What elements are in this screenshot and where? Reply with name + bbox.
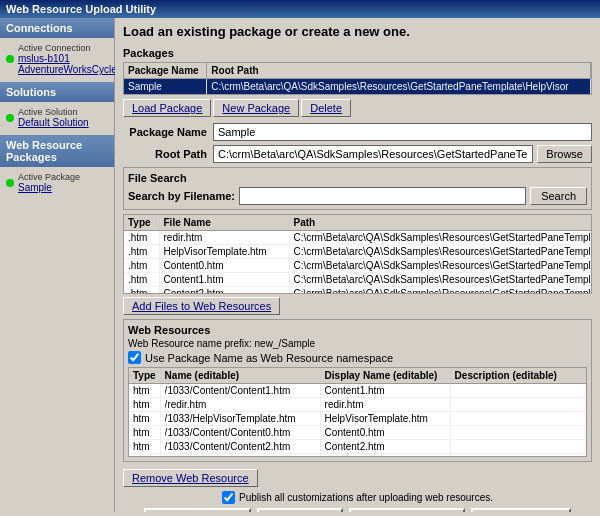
search-row: Search by Filename: Search <box>128 187 587 205</box>
connection-status-label: Active Connection <box>18 43 117 53</box>
wr-desc[interactable] <box>450 454 585 458</box>
solutions-header[interactable]: Solutions <box>0 82 114 102</box>
package-name-input[interactable] <box>213 123 592 141</box>
wr-name[interactable] <box>160 384 320 398</box>
connections-section: Connections Active Connection mslus-b101… <box>0 18 114 80</box>
upload-all-button[interactable]: Upload All <box>257 508 343 512</box>
wr-desc[interactable] <box>450 440 585 454</box>
wr-display[interactable] <box>320 412 450 426</box>
table-row[interactable]: .htm Content0.htm C:\crm\Beta\arc\QA\Sdk… <box>124 259 591 273</box>
table-row[interactable]: htm <box>129 440 586 454</box>
wr-desc[interactable] <box>450 384 585 398</box>
wr-col-type: Type <box>129 368 160 384</box>
file-type: .htm <box>124 245 159 259</box>
wr-type: htm <box>129 398 160 412</box>
search-by-label: Search by Filename: <box>128 190 235 202</box>
wr-type: htm <box>129 426 160 440</box>
wr-display[interactable] <box>320 426 450 440</box>
web-resources-section: Web Resources Web Resource name prefix: … <box>123 319 592 462</box>
table-row[interactable]: htm <box>129 454 586 458</box>
file-name: HelpVisorTemplate.htm <box>159 245 289 259</box>
title-bar: Web Resource Upload Utility <box>0 0 600 18</box>
pkg-row-path: C:\crm\Beta\arc\QA\SdkSamples\Resources\… <box>207 79 591 95</box>
package-name-link[interactable]: Sample <box>18 182 80 193</box>
file-type: .htm <box>124 273 159 287</box>
save-package-button[interactable]: Save Package <box>144 508 251 512</box>
file-path: C:\crm\Beta\arc\QA\SdkSamples\Resources\… <box>289 273 591 287</box>
file-search-box: File Search Search by Filename: Search <box>123 167 592 210</box>
delete-button[interactable]: Delete <box>301 99 351 117</box>
wr-name[interactable] <box>160 412 320 426</box>
file-search-title: File Search <box>128 172 587 184</box>
upload-selected-button[interactable]: Upload Selected <box>349 508 466 512</box>
connection-name[interactable]: mslus-b101 <box>18 53 117 64</box>
content-area: Load an existing package or create a new… <box>115 18 600 512</box>
package-name-row: Package Name <box>123 123 592 141</box>
packages-header[interactable]: Web ResourcePackages <box>0 135 114 167</box>
show-output-button[interactable]: Show Output <box>471 508 571 512</box>
search-button[interactable]: Search <box>530 187 587 205</box>
file-type: .htm <box>124 231 159 245</box>
publish-checkbox[interactable] <box>222 491 235 504</box>
page-title: Load an existing package or create a new… <box>123 24 592 39</box>
toolbar-buttons: Load Package New Package Delete <box>123 99 592 117</box>
package-status-icon <box>6 179 14 187</box>
table-row[interactable]: Sample C:\crm\Beta\arc\QA\SdkSamples\Res… <box>124 79 591 95</box>
solution-status-label: Active Solution <box>18 107 89 117</box>
wr-type: htm <box>129 412 160 426</box>
table-row[interactable]: htm <box>129 426 586 440</box>
wr-type: htm <box>129 454 160 458</box>
new-package-button[interactable]: New Package <box>213 99 299 117</box>
web-resources-prefix: Web Resource name prefix: new_/Sample <box>128 338 587 349</box>
table-row[interactable]: .htm Content1.htm C:\crm\Beta\arc\QA\Sdk… <box>124 273 591 287</box>
file-type: .htm <box>124 259 159 273</box>
remove-web-resource-button[interactable]: Remove Web Resource <box>123 469 258 487</box>
file-name: Content2.htm <box>159 287 289 295</box>
connections-header[interactable]: Connections <box>0 18 114 38</box>
root-path-label: Root Path <box>123 148 213 160</box>
table-row[interactable]: htm <box>129 384 586 398</box>
table-row[interactable]: .htm Content2.htm C:\crm\Beta\arc\QA\Sdk… <box>124 287 591 295</box>
wr-name[interactable] <box>160 426 320 440</box>
packages-content: Active Package Sample <box>0 167 114 198</box>
pkg-col-path: Root Path <box>207 63 591 79</box>
wr-desc[interactable] <box>450 398 585 412</box>
namespace-checkbox[interactable] <box>128 351 141 364</box>
load-package-button[interactable]: Load Package <box>123 99 211 117</box>
root-path-row: Root Path Browse <box>123 145 592 163</box>
wr-desc[interactable] <box>450 412 585 426</box>
table-row[interactable]: htm <box>129 412 586 426</box>
wr-col-desc: Description (editable) <box>450 368 585 384</box>
add-files-button[interactable]: Add Files to Web Resources <box>123 297 280 315</box>
wr-display[interactable] <box>320 384 450 398</box>
bottom-buttons: Save Package Upload All Upload Selected … <box>123 508 592 512</box>
wr-table-container: Type Name (editable) Display Name (edita… <box>128 367 587 457</box>
connection-org[interactable]: AdventureWorksCycle <box>18 64 117 75</box>
search-input[interactable] <box>239 187 526 205</box>
namespace-checkbox-label: Use Package Name as Web Resource namespa… <box>145 352 393 364</box>
connection-status-icon <box>6 55 14 63</box>
packages-table: Package Name Root Path Sample C:\crm\Bet… <box>124 63 591 94</box>
solution-name[interactable]: Default Solution <box>18 117 89 128</box>
wr-desc[interactable] <box>450 426 585 440</box>
table-row[interactable]: .htm HelpVisorTemplate.htm C:\crm\Beta\a… <box>124 245 591 259</box>
wr-name[interactable] <box>160 454 320 458</box>
wr-display[interactable] <box>320 398 450 412</box>
wr-col-display: Display Name (editable) <box>320 368 450 384</box>
wr-name[interactable] <box>160 440 320 454</box>
sidebar-item-package: Active Package Sample <box>6 171 108 194</box>
file-table: Type File Name Path .htm redir.htm C:\cr… <box>124 215 591 294</box>
wr-display[interactable] <box>320 440 450 454</box>
wr-name[interactable] <box>160 398 320 412</box>
browse-button[interactable]: Browse <box>537 145 592 163</box>
table-row[interactable]: htm <box>129 398 586 412</box>
wr-type: htm <box>129 384 160 398</box>
pkg-col-name: Package Name <box>124 63 207 79</box>
root-path-input[interactable] <box>213 145 533 163</box>
wr-table-body: htm htm htm ht <box>129 384 586 458</box>
wr-display[interactable] <box>320 454 450 458</box>
sidebar-item-solution: Active Solution Default Solution <box>6 106 108 129</box>
table-row[interactable]: .htm redir.htm C:\crm\Beta\arc\QA\SdkSam… <box>124 231 591 245</box>
file-name: Content1.htm <box>159 273 289 287</box>
file-table-container: Type File Name Path .htm redir.htm C:\cr… <box>123 214 592 294</box>
